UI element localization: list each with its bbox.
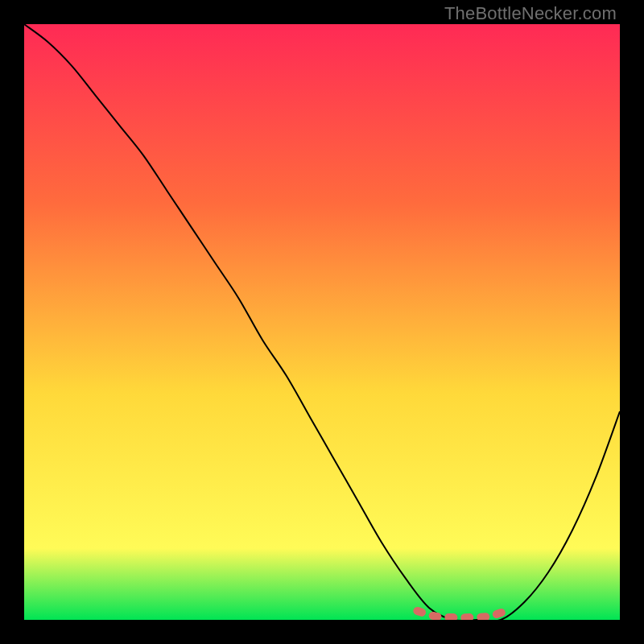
chart-svg [24, 24, 620, 620]
gradient-background [24, 24, 620, 620]
watermark-text: TheBottleNecker.com [444, 3, 617, 24]
chart-frame [24, 24, 620, 620]
